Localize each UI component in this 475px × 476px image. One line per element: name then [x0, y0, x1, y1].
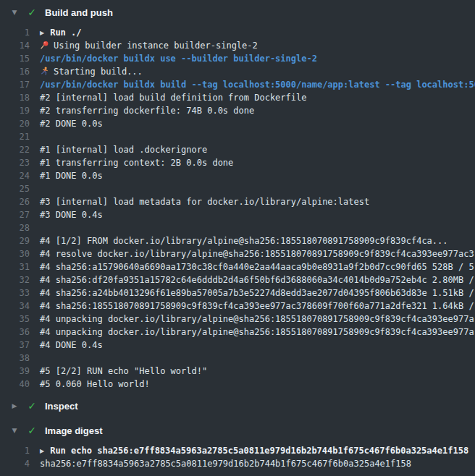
line-number[interactable]: 37	[0, 339, 30, 352]
line-text: #2 [internal] load build definition from…	[40, 91, 306, 104]
group-toggle-icon[interactable]: ▶	[40, 27, 44, 40]
line-text: Using builder instance builder-single-2	[40, 39, 258, 52]
success-check-icon: ✓	[26, 401, 38, 411]
line-number[interactable]: 21	[0, 130, 30, 143]
line-text: #3 DONE 0.4s	[40, 208, 103, 221]
line-text: #2 DONE 0.0s	[40, 117, 103, 130]
log-lines: 1▶Run echo sha256:e7ff8834a5963a2785c5a0…	[0, 443, 475, 473]
success-check-icon: ✓	[26, 7, 38, 17]
log-line[interactable]: 31#4 sha256:a15790640a6690aa1730c38cf0a4…	[0, 260, 475, 273]
line-text: #2 transferring dockerfile: 74B 0.0s don…	[40, 104, 254, 117]
group-toggle-icon[interactable]: ▶	[40, 445, 44, 458]
section-header-build-and-push[interactable]: ▼ ✓ Build and push	[0, 0, 475, 25]
line-text: #4 sha256:185518070891758909c9f839cf4ca3…	[40, 299, 474, 313]
line-number[interactable]: 38	[0, 352, 30, 365]
log-line[interactable]: 4sha256:e7ff8834a5963a2785c5a0811e979d16…	[0, 457, 475, 470]
line-text: #4 sha256:a15790640a6690aa1730c38cf0a440…	[40, 260, 474, 273]
log-line[interactable]: 19#2 transferring dockerfile: 74B 0.0s d…	[0, 104, 475, 117]
log-line[interactable]: 1▶Run ./	[0, 26, 475, 39]
line-text: #4 [1/2] FROM docker.io/library/alpine@s…	[40, 234, 448, 247]
log-line[interactable]: 14Using builder instance builder-single-…	[0, 39, 475, 52]
line-number[interactable]: 14	[0, 39, 30, 52]
line-number[interactable]: 20	[0, 117, 30, 130]
line-text: #3 [internal] load metadata for docker.i…	[40, 195, 369, 208]
log-line[interactable]: 26#3 [internal] load metadata for docker…	[0, 195, 475, 208]
line-number[interactable]: 1	[0, 444, 30, 457]
log-line[interactable]: 29#4 [1/2] FROM docker.io/library/alpine…	[0, 234, 475, 247]
log-line[interactable]: 17/usr/bin/docker buildx build --tag loc…	[0, 78, 475, 91]
log-line[interactable]: 16Starting build...	[0, 65, 475, 78]
line-number[interactable]: 16	[0, 65, 30, 78]
line-text: /usr/bin/docker buildx use --builder bui…	[40, 52, 317, 65]
chevron-right-icon[interactable]: ▶	[9, 403, 20, 409]
line-text: sha256:e7ff8834a5963a2785c5a0811e979d16b…	[40, 457, 411, 470]
log-line[interactable]: 23#1 transferring context: 2B 0.0s done	[0, 156, 475, 169]
line-number[interactable]: 25	[0, 182, 30, 195]
log-line[interactable]: 35#4 unpacking docker.io/library/alpine@…	[0, 313, 475, 326]
log-lines: 1▶Run ./14Using builder instance builder…	[0, 25, 475, 394]
line-text: ▶Run ./	[40, 26, 82, 39]
log-line[interactable]: 20#2 DONE 0.0s	[0, 117, 475, 130]
log-line[interactable]: 30#4 resolve docker.io/library/alpine@sh…	[0, 247, 475, 260]
log-line[interactable]: 36#4 unpacking docker.io/library/alpine@…	[0, 326, 475, 339]
line-number[interactable]: 27	[0, 208, 30, 221]
log-section-inspect: ▶ ✓ Inspect	[0, 394, 475, 418]
log-line[interactable]: 27#3 DONE 0.4s	[0, 208, 475, 221]
log-line[interactable]: 25	[0, 182, 475, 195]
line-number[interactable]: 35	[0, 313, 30, 326]
section-title: Build and push	[45, 7, 113, 18]
log-line[interactable]: 38	[0, 352, 475, 365]
line-number[interactable]: 22	[0, 143, 30, 156]
line-number[interactable]: 18	[0, 91, 30, 104]
line-number[interactable]: 32	[0, 273, 30, 286]
pushpin-emoji-icon	[40, 39, 49, 52]
chevron-down-icon[interactable]: ▼	[9, 428, 20, 434]
section-header-image-digest[interactable]: ▼ ✓ Image digest	[0, 418, 475, 443]
log-line[interactable]: 39#5 [2/2] RUN echo "Hello world!"	[0, 365, 475, 378]
line-number[interactable]: 28	[0, 221, 30, 234]
line-number[interactable]: 15	[0, 52, 30, 65]
line-number[interactable]: 33	[0, 286, 30, 299]
log-line[interactable]: 22#1 [internal] load .dockerignore	[0, 143, 475, 156]
section-title: Image digest	[45, 425, 102, 436]
line-text: #4 sha256:a24bb4013296f61e89ba57005a7b3e…	[40, 286, 474, 299]
line-number[interactable]: 34	[0, 299, 30, 313]
line-text: #5 0.060 Hello world!	[40, 378, 150, 391]
line-number[interactable]: 4	[0, 457, 30, 470]
log-line[interactable]: 40#5 0.060 Hello world!	[0, 378, 475, 391]
log-line[interactable]: 37#4 DONE 0.4s	[0, 339, 475, 352]
line-text: #5 [2/2] RUN echo "Hello world!"	[40, 365, 207, 378]
log-line[interactable]: 1▶Run echo sha256:e7ff8834a5963a2785c5a0…	[0, 444, 475, 457]
log-line[interactable]: 15/usr/bin/docker buildx use --builder b…	[0, 52, 475, 65]
log-line[interactable]: 24#1 DONE 0.0s	[0, 169, 475, 182]
line-number[interactable]: 1	[0, 26, 30, 39]
line-number[interactable]: 26	[0, 195, 30, 208]
line-number[interactable]: 39	[0, 365, 30, 378]
section-title: Inspect	[45, 401, 78, 412]
line-text: #4 unpacking docker.io/library/alpine@sh…	[40, 326, 474, 339]
line-number[interactable]: 19	[0, 104, 30, 117]
log-line[interactable]: 33#4 sha256:a24bb4013296f61e89ba57005a7b…	[0, 286, 475, 299]
log-line[interactable]: 21	[0, 130, 475, 143]
chevron-down-icon[interactable]: ▼	[9, 9, 20, 16]
line-text: #4 sha256:df20fa9351a15782c64e6dddb2d4a6…	[40, 273, 474, 286]
line-number[interactable]: 24	[0, 169, 30, 182]
log-line[interactable]: 18#2 [internal] load build definition fr…	[0, 91, 475, 104]
line-number[interactable]: 40	[0, 378, 30, 391]
line-number[interactable]: 23	[0, 156, 30, 169]
line-text: #4 resolve docker.io/library/alpine@sha2…	[40, 247, 474, 260]
log-line[interactable]: 32#4 sha256:df20fa9351a15782c64e6dddb2d4…	[0, 273, 475, 286]
runner-emoji-icon	[40, 65, 49, 78]
line-number[interactable]: 36	[0, 326, 30, 339]
section-header-inspect[interactable]: ▶ ✓ Inspect	[0, 394, 475, 418]
log-line[interactable]: 34#4 sha256:185518070891758909c9f839cf4c…	[0, 299, 475, 313]
line-text: ▶Run echo sha256:e7ff8834a5963a2785c5a08…	[40, 444, 468, 457]
line-text: #4 unpacking docker.io/library/alpine@sh…	[40, 313, 474, 326]
line-text: #1 [internal] load .dockerignore	[40, 143, 207, 156]
line-number[interactable]: 31	[0, 260, 30, 273]
line-number[interactable]: 30	[0, 247, 30, 260]
workflow-log-console: ▼ ✓ Build and push 1▶Run ./14Using build…	[0, 0, 475, 476]
log-line[interactable]: 28	[0, 221, 475, 234]
line-number[interactable]: 29	[0, 234, 30, 247]
line-number[interactable]: 17	[0, 78, 30, 91]
